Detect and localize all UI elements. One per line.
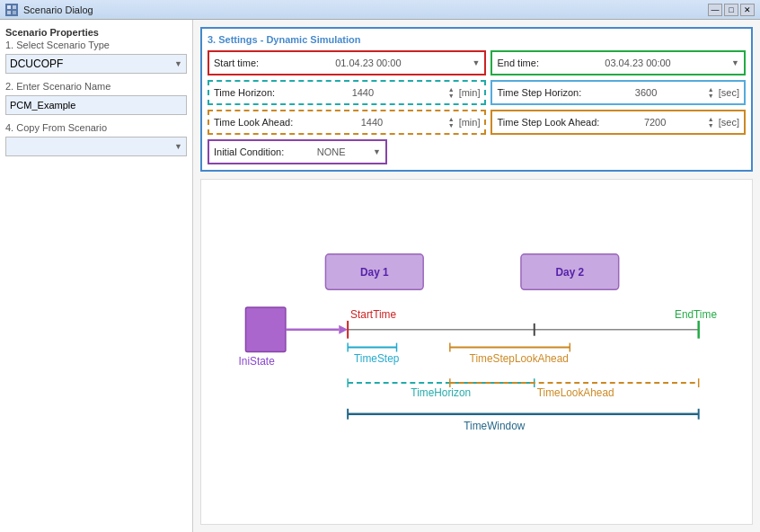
- spinner-up-icon[interactable]: ▲: [447, 86, 455, 93]
- time-step-horizon-field[interactable]: Time Step Horizon: 3600 ▲ ▼ [sec]: [490, 80, 746, 105]
- time-look-ahead-diagram-label: TimeLookAhead: [537, 386, 614, 399]
- svg-rect-3: [13, 11, 16, 14]
- content-area: 3. Settings - Dynamic Simulation Start t…: [193, 20, 760, 532]
- initial-condition-arrow-icon: ▼: [373, 147, 381, 156]
- time-look-ahead-spinner[interactable]: ▲ ▼: [447, 116, 455, 129]
- sidebar: Scenario Properties 1. Select Scenario T…: [0, 20, 193, 532]
- time-step-look-ahead-spinner[interactable]: ▲ ▼: [707, 116, 715, 129]
- settings-row-2: Time Horizon: 1440 ▲ ▼ [min] Time Step H…: [208, 80, 746, 105]
- time-step-horizon-spinner[interactable]: ▲ ▼: [707, 86, 715, 99]
- start-time-arrow-icon: ▼: [473, 58, 481, 67]
- spinner-up-icon[interactable]: ▲: [707, 86, 715, 93]
- close-button[interactable]: ✕: [740, 4, 755, 16]
- dropdown-arrow-icon: ▼: [174, 59, 182, 68]
- scenario-type-value: DCUCOPF: [10, 58, 63, 70]
- time-step-horizon-label: Time Step Horizon:: [497, 87, 581, 98]
- end-time-label: End time:: [497, 58, 538, 68]
- end-time-arrow-icon: ▼: [731, 58, 739, 67]
- time-step-look-ahead-unit: [sec]: [719, 117, 739, 128]
- spinner-down-icon[interactable]: ▼: [447, 93, 455, 99]
- time-horizon-diagram-label: TimeHorizon: [411, 386, 471, 399]
- svg-rect-2: [7, 11, 11, 14]
- spinner-up-icon[interactable]: ▲: [707, 116, 715, 122]
- time-look-ahead-label: Time Look Ahead:: [214, 117, 293, 128]
- settings-rows: Start time: 01.04.23 00:00 ▼ End time: 0…: [208, 50, 746, 164]
- time-horizon-label: Time Horizon:: [214, 87, 275, 98]
- copy-from-arrow-icon: ▼: [174, 142, 182, 151]
- settings-row-4: Initial Condition: NONE ▼: [208, 139, 746, 164]
- timeline-diagram: Day 1 Day 2 StartTime EndTime: [201, 180, 752, 524]
- end-time-field[interactable]: End time: 03.04.23 00:00 ▼: [490, 50, 746, 75]
- time-window-label: TimeWindow: [464, 421, 526, 433]
- svg-marker-8: [339, 325, 348, 334]
- time-horizon-field[interactable]: Time Horizon: 1440 ▲ ▼ [min]: [208, 80, 486, 105]
- day2-label: Day 2: [555, 266, 584, 279]
- title-bar: Scenario Dialog — □ ✕: [0, 0, 760, 20]
- spinner-down-icon[interactable]: ▼: [707, 93, 715, 99]
- spinner-up-icon[interactable]: ▲: [447, 116, 455, 122]
- settings-title: 3. Settings - Dynamic Simulation: [208, 34, 746, 45]
- time-step-look-ahead-field[interactable]: Time Step Look Ahead: 7200 ▲ ▼ [sec]: [490, 110, 746, 135]
- sidebar-step1-label: 1. Select Scenario Type: [5, 40, 187, 50]
- settings-row-3: Time Look Ahead: 1440 ▲ ▼ [min] Time Ste…: [208, 110, 746, 135]
- day1-label: Day 1: [360, 266, 389, 279]
- sidebar-properties-title: Scenario Properties: [5, 27, 187, 38]
- minimize-button[interactable]: —: [708, 4, 722, 16]
- time-look-ahead-field[interactable]: Time Look Ahead: 1440 ▲ ▼ [min]: [208, 110, 486, 135]
- start-time-diagram-label: StartTime: [350, 308, 396, 321]
- app-icon: [5, 4, 18, 16]
- svg-rect-6: [245, 307, 285, 351]
- settings-panel: 3. Settings - Dynamic Simulation Start t…: [200, 27, 753, 172]
- end-time-value: 03.04.23 00:00: [544, 58, 731, 68]
- start-time-field[interactable]: Start time: 01.04.23 00:00 ▼: [208, 50, 486, 75]
- time-horizon-spinner[interactable]: ▲ ▼: [447, 86, 455, 99]
- scenario-type-dropdown[interactable]: DCUCOPF ▼: [5, 54, 187, 74]
- window-controls: — □ ✕: [708, 4, 755, 16]
- maximize-button[interactable]: □: [724, 4, 738, 16]
- settings-row-1: Start time: 01.04.23 00:00 ▼ End time: 0…: [208, 50, 746, 75]
- spinner-down-icon[interactable]: ▼: [707, 122, 715, 129]
- scenario-name-input[interactable]: [5, 95, 187, 115]
- start-time-value: 01.04.23 00:00: [264, 58, 472, 68]
- time-step-horizon-value: 3600: [587, 87, 705, 98]
- sidebar-step4-label: 4. Copy From Scenario: [5, 122, 187, 133]
- time-look-ahead-value: 1440: [298, 117, 445, 128]
- initial-condition-field[interactable]: Initial Condition: NONE ▼: [208, 139, 387, 164]
- start-time-label: Start time:: [214, 58, 259, 68]
- timestep-label: TimeStep: [354, 352, 400, 365]
- time-horizon-unit: [min]: [459, 87, 481, 98]
- time-step-look-ahead-value: 7200: [605, 117, 704, 128]
- initial-condition-label: Initial Condition:: [214, 146, 284, 157]
- copy-from-dropdown[interactable]: ▼: [5, 137, 187, 156]
- svg-rect-0: [7, 5, 11, 9]
- window-title: Scenario Dialog: [23, 4, 703, 15]
- ini-state-label: IniState: [239, 355, 276, 368]
- time-look-ahead-unit: [min]: [459, 117, 481, 128]
- svg-rect-1: [13, 5, 16, 9]
- main-layout: Scenario Properties 1. Select Scenario T…: [0, 20, 760, 532]
- end-time-diagram-label: EndTime: [675, 308, 717, 321]
- time-step-look-ahead-label: Time Step Look Ahead:: [497, 117, 599, 128]
- time-step-horizon-unit: [sec]: [719, 87, 739, 98]
- spinner-down-icon[interactable]: ▼: [447, 122, 455, 129]
- timestep-lookahead-label: TimeStepLookAhead: [470, 352, 569, 365]
- time-horizon-value: 1440: [280, 87, 446, 98]
- diagram-area: Day 1 Day 2 StartTime EndTime: [200, 179, 753, 525]
- sidebar-step2-label: 2. Enter Scenario Name: [5, 81, 187, 92]
- initial-condition-value: NONE: [289, 146, 373, 157]
